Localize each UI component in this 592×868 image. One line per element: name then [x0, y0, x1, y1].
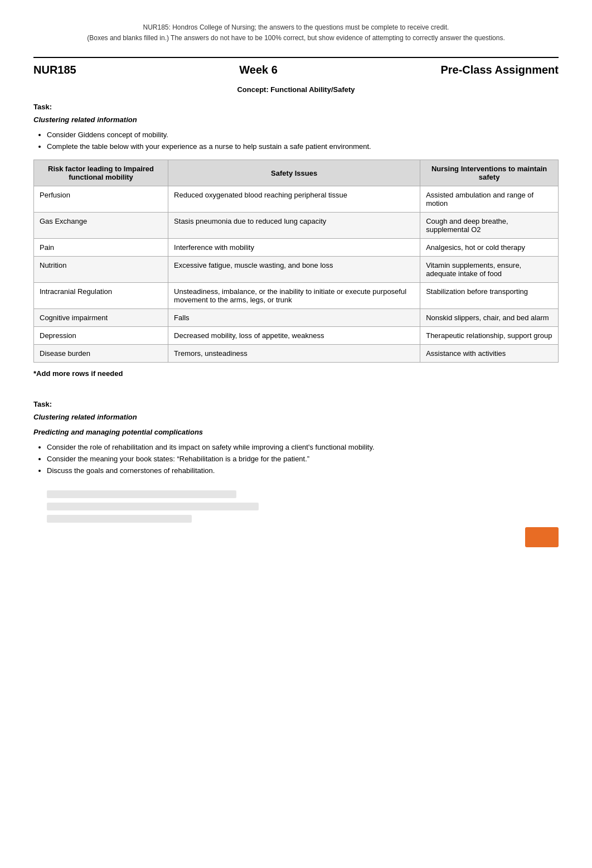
task1-bullets: Consider Giddens concept of mobility. Co…: [47, 131, 559, 151]
week-label: Week 6: [239, 64, 278, 76]
safety-cell: Interference with mobility: [168, 239, 420, 257]
footer-note: *Add more rows if needed: [33, 369, 559, 378]
redacted-content: [47, 490, 559, 523]
redacted-line-3: [47, 515, 192, 523]
task2-subtitle1: Clustering related information: [33, 413, 559, 421]
safety-cell: Tremors, unsteadiness: [168, 345, 420, 363]
safety-cell: Unsteadiness, imbalance, or the inabilit…: [168, 283, 420, 309]
intervention-cell: Vitamin supplements, ensure, adequate in…: [420, 257, 559, 283]
task2-bullet-1: Consider the role of rehabilitation and …: [47, 443, 559, 451]
notice-line1: NUR185: Hondros College of Nursing; the …: [33, 22, 559, 33]
concept-title: Concept: Functional Ability/Safety: [33, 85, 559, 94]
mobility-table: Risk factor leading to Impaired function…: [33, 160, 559, 363]
col-header-intervention: Nursing Interventions to maintain safety: [420, 160, 559, 186]
safety-cell: Excessive fatigue, muscle wasting, and b…: [168, 257, 420, 283]
intervention-cell: Stabilization before transporting: [420, 283, 559, 309]
table-row: PainInterference with mobilityAnalgesics…: [34, 239, 559, 257]
task1-subtitle: Clustering related information: [33, 115, 559, 124]
risk-cell: Nutrition: [34, 257, 168, 283]
assignment-label: Pre-Class Assignment: [440, 64, 559, 76]
risk-cell: Disease burden: [34, 345, 168, 363]
bullet-1: Consider Giddens concept of mobility.: [47, 131, 559, 139]
safety-cell: Decreased mobility, loss of appetite, we…: [168, 327, 420, 345]
intervention-cell: Cough and deep breathe, supplemental O2: [420, 213, 559, 239]
orange-badge: [525, 527, 559, 547]
task2-subtitle2: Predicting and managing potential compli…: [33, 428, 559, 436]
redacted-line-1: [47, 490, 236, 498]
table-row: DepressionDecreased mobility, loss of ap…: [34, 327, 559, 345]
notice-line2: (Boxes and blanks filled in.) The answer…: [33, 33, 559, 44]
task2-section: Task: Clustering related information Pre…: [33, 400, 559, 547]
intervention-cell: Assistance with activities: [420, 345, 559, 363]
table-row: Intracranial RegulationUnsteadiness, imb…: [34, 283, 559, 309]
col-header-safety: Safety Issues: [168, 160, 420, 186]
task2-bullet-2: Consider the meaning your book states: “…: [47, 455, 559, 463]
table-row: Gas ExchangeStasis pneumonia due to redu…: [34, 213, 559, 239]
redacted-line-2: [47, 503, 259, 510]
risk-cell: Gas Exchange: [34, 213, 168, 239]
header-notice: NUR185: Hondros College of Nursing; the …: [33, 22, 559, 44]
risk-cell: Cognitive impairment: [34, 309, 168, 327]
task2-bullet-3: Discuss the goals and cornerstones of re…: [47, 466, 559, 475]
table-row: PerfusionReduced oxygenated blood reachi…: [34, 186, 559, 213]
intervention-cell: Therapeutic relationship, support group: [420, 327, 559, 345]
title-row: NUR185 Week 6 Pre-Class Assignment: [33, 57, 559, 76]
bullet-2: Complete the table below with your exper…: [47, 142, 559, 151]
risk-cell: Intracranial Regulation: [34, 283, 168, 309]
table-row: NutritionExcessive fatigue, muscle wasti…: [34, 257, 559, 283]
risk-cell: Pain: [34, 239, 168, 257]
intervention-cell: Assisted ambulation and range of motion: [420, 186, 559, 213]
safety-cell: Stasis pneumonia due to reduced lung cap…: [168, 213, 420, 239]
col-header-risk: Risk factor leading to Impaired function…: [34, 160, 168, 186]
risk-cell: Depression: [34, 327, 168, 345]
bottom-area: [33, 484, 559, 547]
table-row: Cognitive impairmentFallsNonskid slipper…: [34, 309, 559, 327]
safety-cell: Reduced oxygenated blood reaching periph…: [168, 186, 420, 213]
task1-label: Task:: [33, 103, 559, 111]
course-label: NUR185: [33, 64, 76, 76]
intervention-cell: Analgesics, hot or cold therapy: [420, 239, 559, 257]
table-row: Disease burdenTremors, unsteadinessAssis…: [34, 345, 559, 363]
safety-cell: Falls: [168, 309, 420, 327]
intervention-cell: Nonskid slippers, chair, and bed alarm: [420, 309, 559, 327]
risk-cell: Perfusion: [34, 186, 168, 213]
task2-bullets: Consider the role of rehabilitation and …: [47, 443, 559, 475]
task2-label: Task:: [33, 400, 559, 408]
